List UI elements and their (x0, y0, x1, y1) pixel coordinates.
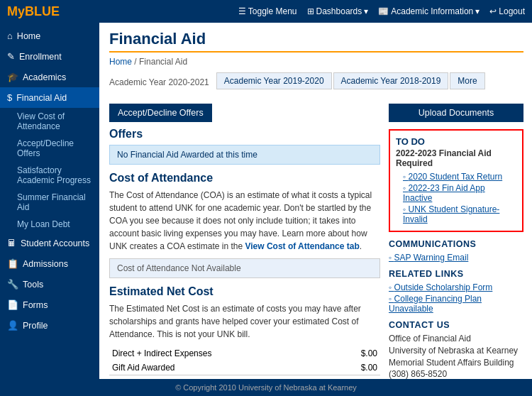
upload-documents-button[interactable]: Upload Documents (389, 104, 523, 122)
dashboards-chevron-icon: ▾ (364, 6, 368, 16)
sidebar-item-academics[interactable]: 🎓 Academics (0, 67, 99, 87)
dashboards-link[interactable]: ⊞ Dashboards ▾ (307, 6, 369, 16)
sidebar-item-admissions-label: Admissions (23, 259, 68, 269)
year-tabs: Academic Year 2019-2020 Academic Year 20… (216, 72, 487, 89)
estimated-net-cost-title: Estimated Net Cost (109, 285, 380, 298)
tab-2019-2020[interactable]: Academic Year 2019-2020 (216, 72, 332, 89)
related-links-title: RELATED LINKS (389, 269, 523, 279)
todo-fin-aid-app-link[interactable]: 2022-23 Fin Aid App Inactive (396, 182, 516, 204)
table-row: Direct + Indirect Expenses $.00 (109, 346, 380, 361)
direct-indirect-amount: $.00 (333, 346, 380, 361)
forms-icon: 📄 (7, 299, 18, 310)
sidebar-item-tools[interactable]: 🔧 Tools (0, 274, 99, 295)
page-title: Financial Aid (109, 30, 523, 53)
accept-decline-button[interactable]: Accept/Decline Offers (109, 104, 212, 122)
todo-title: TO DO (396, 136, 516, 147)
todo-box: TO DO 2022-2023 Financial Aid Required 2… (389, 129, 523, 232)
logout-link[interactable]: ↩ Logout (489, 6, 525, 16)
breadcrumb: Home / Financial Aid (109, 57, 523, 67)
sidebar-sub-loan-debt[interactable]: My Loan Debt (0, 216, 99, 233)
offers-section-title: Offers (109, 128, 380, 141)
direct-indirect-label: Direct + Indirect Expenses (109, 346, 333, 361)
sidebar-sub-accept-decline[interactable]: Accept/Decline Offers (0, 135, 99, 162)
cost-not-available: Cost of Attendance Not Available (109, 258, 380, 278)
gift-aid-label: Gift Aid Awarded (109, 361, 333, 375)
todo-tax-return-link[interactable]: 2020 Student Tax Return (396, 171, 516, 182)
estimated-net-cost-body: The Estimated Net Cost is an estimate of… (109, 302, 380, 341)
admissions-icon: 📋 (7, 258, 18, 269)
financial-aid-icon: $ (7, 92, 12, 103)
sidebar-item-home-label: Home (17, 31, 40, 41)
footer-text: © Copyright 2010 University of Nebraska … (175, 383, 357, 392)
logout-label: Logout (499, 6, 525, 16)
academics-icon: 🎓 (7, 72, 18, 82)
app-logo: MyBLUE (7, 4, 60, 19)
content-left: Accept/Decline Offers Offers No Financia… (109, 104, 380, 396)
table-row: Gift Aid Awarded $.00 (109, 361, 380, 375)
cost-of-attendance-title: Cost of Attendance (109, 172, 380, 185)
content-columns: Accept/Decline Offers Offers No Financia… (109, 104, 523, 396)
outside-scholarship-link[interactable]: Outside Scholarship Form (389, 282, 523, 293)
current-year-label: Academic Year 2020-2021 (109, 77, 209, 87)
top-navigation: MyBLUE ☰ Toggle Menu ⊞ Dashboards ▾ 📰 Ac… (0, 0, 532, 23)
sidebar-item-profile[interactable]: 👤 Profile (0, 315, 99, 336)
sidebar-item-home[interactable]: ⌂ Home (0, 26, 99, 46)
breadcrumb-current: Financial Aid (139, 57, 187, 67)
main-layout: ⌂ Home ✎ Enrollment 🎓 Academics $ Financ… (0, 23, 532, 396)
college-financing-link[interactable]: College Financing Plan Unavailable (389, 293, 523, 314)
sidebar-item-forms[interactable]: 📄 Forms (0, 295, 99, 315)
no-aid-message: No Financial Aid Awarded at this time (109, 145, 380, 165)
tools-icon: 🔧 (7, 279, 18, 290)
todo-unk-student-link[interactable]: UNK Student Signature-Invalid (396, 204, 516, 225)
academic-info-link[interactable]: 📰 Academic Information ▾ (378, 6, 480, 16)
logo-blue: BLUE (25, 4, 60, 18)
sidebar-item-enrollment[interactable]: ✎ Enrollment (0, 46, 99, 67)
sidebar-item-student-accounts-label: Student Accounts (21, 238, 89, 248)
building-name: Memorial Student Affairs Building (389, 357, 523, 369)
sidebar-item-academics-label: Academics (23, 72, 66, 82)
gift-aid-amount: $.00 (333, 361, 380, 375)
footer: © Copyright 2010 University of Nebraska … (0, 379, 532, 396)
dashboards-icon: ⊞ (307, 6, 314, 16)
view-cost-link[interactable]: View Cost of Attendance tab (245, 241, 359, 251)
dashboards-label: Dashboards (316, 6, 362, 16)
academic-info-chevron-icon: ▾ (475, 6, 480, 16)
toggle-menu-label: Toggle Menu (248, 6, 297, 16)
profile-icon: 👤 (7, 320, 18, 331)
breadcrumb-home-link[interactable]: Home (109, 57, 132, 67)
sidebar-item-profile-label: Profile (23, 321, 48, 331)
todo-fin-aid-required: 2022-2023 Financial Aid Required (396, 148, 516, 168)
sidebar-sub-summer[interactable]: Summer Financial Aid (0, 189, 99, 216)
sidebar-item-enrollment-label: Enrollment (19, 52, 62, 62)
top-nav-actions: ☰ Toggle Menu ⊞ Dashboards ▾ 📰 Academic … (238, 6, 525, 16)
home-icon: ⌂ (7, 31, 13, 41)
year-tabs-row: Academic Year 2020-2021 Academic Year 20… (109, 72, 523, 97)
tab-2018-2019[interactable]: Academic Year 2018-2019 (333, 72, 449, 89)
contact-us-title: CONTACT US (389, 320, 523, 330)
enrollment-icon: ✎ (7, 51, 15, 62)
main-content: Financial Aid Home / Financial Aid Acade… (99, 23, 532, 396)
content-right: Upload Documents TO DO 2022-2023 Financi… (389, 104, 523, 396)
sidebar-item-forms-label: Forms (23, 300, 48, 310)
logo-my: My (7, 4, 25, 18)
cost-of-attendance-body: The Cost of Attendance (COA) is an estim… (109, 189, 380, 253)
sidebar-item-student-accounts[interactable]: 🖩 Student Accounts (0, 233, 99, 253)
tab-more[interactable]: More (450, 72, 484, 89)
sidebar-sub-satisfactory[interactable]: Satisfactory Academic Progress (0, 162, 99, 189)
toggle-menu-icon: ☰ (238, 6, 246, 16)
sidebar-sub-view-cost[interactable]: View Cost of Attendance (0, 108, 99, 135)
university-name: University of Nebraska at Kearney (389, 345, 523, 357)
academic-info-icon: 📰 (378, 6, 389, 16)
toggle-menu-link[interactable]: ☰ Toggle Menu (238, 6, 297, 16)
logout-icon: ↩ (489, 6, 497, 16)
sidebar: ⌂ Home ✎ Enrollment 🎓 Academics $ Financ… (0, 23, 99, 396)
communications-title: COMMUNICATIONS (389, 239, 523, 249)
sidebar-item-admissions[interactable]: 📋 Admissions (0, 253, 99, 274)
sidebar-item-financial-aid-label: Financial Aid (16, 93, 67, 103)
sidebar-item-financial-aid[interactable]: $ Financial Aid (0, 87, 99, 108)
student-accounts-icon: 🖩 (7, 238, 16, 248)
sidebar-item-tools-label: Tools (23, 280, 43, 290)
academic-info-label: Academic Information (391, 6, 473, 16)
sap-warning-link[interactable]: SAP Warning Email (389, 252, 523, 263)
office-name: Office of Financial Aid (389, 333, 523, 345)
